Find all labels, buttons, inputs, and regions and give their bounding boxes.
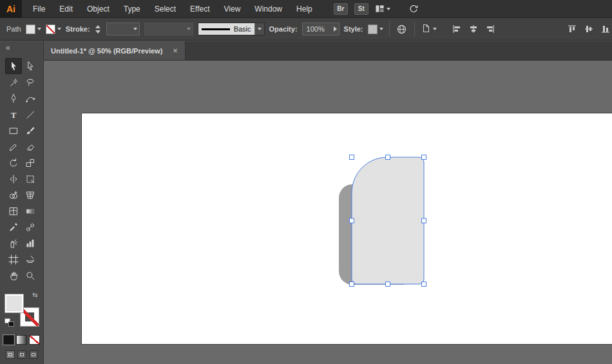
draw-normal-button[interactable] xyxy=(6,350,15,359)
sync-settings-button[interactable] xyxy=(408,4,419,14)
color-button[interactable] xyxy=(3,335,14,345)
menu-edit[interactable]: Edit xyxy=(52,0,80,18)
mesh-tool[interactable] xyxy=(5,203,22,219)
collapse-panel-button[interactable]: « xyxy=(0,41,15,53)
menu-help[interactable]: Help xyxy=(289,0,320,18)
selection-handle-top-left[interactable] xyxy=(350,155,354,160)
canvas[interactable] xyxy=(44,61,612,364)
column-graph-tool[interactable] xyxy=(22,235,39,251)
chevron-down-icon xyxy=(258,28,262,30)
scale-tool[interactable] xyxy=(22,155,39,171)
fill-swatch[interactable] xyxy=(5,294,24,313)
document-area: Untitled-1* @ 50% (RGB/Preview) × xyxy=(44,41,612,364)
align-middle-button[interactable] xyxy=(582,23,595,35)
stroke-weight-combo[interactable] xyxy=(106,23,140,35)
type-tool[interactable]: T xyxy=(5,106,22,122)
none-button[interactable] xyxy=(29,335,40,345)
menu-select[interactable]: Select xyxy=(148,0,183,18)
chevron-down-icon xyxy=(379,28,383,30)
stroke-color-dropdown[interactable] xyxy=(46,24,61,34)
magic-wand-tool[interactable] xyxy=(5,74,22,90)
shape-builder-tool[interactable] xyxy=(5,187,22,203)
selection-handle-bottom-left[interactable] xyxy=(350,282,354,287)
stock-button[interactable]: St xyxy=(354,3,368,15)
menu-file[interactable]: File xyxy=(26,0,52,18)
sync-icon xyxy=(408,4,419,14)
transform-menu-button[interactable] xyxy=(421,23,437,35)
svg-text:T: T xyxy=(10,110,16,119)
bridge-button[interactable]: Br xyxy=(334,3,348,15)
eraser-tool[interactable] xyxy=(22,139,39,155)
fill-color-dropdown[interactable] xyxy=(26,24,41,34)
document-tab[interactable]: Untitled-1* @ 50% (RGB/Preview) × xyxy=(44,41,186,60)
draw-behind-button[interactable] xyxy=(17,350,26,359)
blend-tool[interactable] xyxy=(22,219,39,235)
align-left-button[interactable] xyxy=(450,23,463,35)
menu-type[interactable]: Type xyxy=(117,0,148,18)
selected-shape[interactable] xyxy=(352,157,424,284)
draw-inside-button[interactable] xyxy=(29,350,38,359)
menu-effect[interactable]: Effect xyxy=(183,0,216,18)
tab-close-icon[interactable]: × xyxy=(173,46,178,55)
align-center-button[interactable] xyxy=(467,23,480,35)
chevron-down-icon xyxy=(433,28,437,30)
line-segment-tool[interactable] xyxy=(22,106,39,122)
selection-handle-middle-right[interactable] xyxy=(422,218,426,223)
pen-tool[interactable] xyxy=(5,90,22,106)
symbol-sprayer-tool[interactable] xyxy=(5,235,22,251)
shaper-tool[interactable] xyxy=(5,139,22,155)
brush-combo-arrow[interactable] xyxy=(254,23,264,35)
align-right-button[interactable] xyxy=(484,23,497,35)
lasso-tool[interactable] xyxy=(22,74,39,90)
recolor-artwork-button[interactable] xyxy=(396,23,408,35)
app-logo[interactable]: Ai xyxy=(0,0,22,18)
gradient-tool[interactable] xyxy=(22,203,39,219)
zoom-tool[interactable] xyxy=(22,267,39,283)
graphic-style-dropdown[interactable] xyxy=(368,24,383,34)
selection-handle-bottom-right[interactable] xyxy=(422,282,426,287)
selection-handle-top-right[interactable] xyxy=(422,155,426,160)
hand-tool[interactable] xyxy=(5,267,22,283)
document-tab-bar: Untitled-1* @ 50% (RGB/Preview) × xyxy=(44,41,612,61)
stroke-weight-stepper[interactable] xyxy=(95,25,102,34)
slice-tool[interactable] xyxy=(22,251,39,267)
selection-handle-bottom-center[interactable] xyxy=(386,282,390,287)
default-fill-stroke-icon[interactable] xyxy=(5,318,14,327)
opacity-combo[interactable]: 100% xyxy=(302,23,339,35)
selection-handle-middle-left[interactable] xyxy=(350,218,354,223)
step-down-icon xyxy=(95,30,100,34)
brush-name: Basic xyxy=(234,25,251,33)
transform-icon xyxy=(421,23,431,35)
selection-handle-top-center[interactable] xyxy=(386,155,390,160)
menu-window[interactable]: Window xyxy=(247,0,289,18)
rotate-tool[interactable] xyxy=(5,155,22,171)
width-tool[interactable] xyxy=(5,171,22,187)
graphic-style-swatch xyxy=(368,24,378,34)
tools-panel: « T xyxy=(0,41,44,364)
selection-tool[interactable] xyxy=(5,58,22,74)
workspace-switcher[interactable] xyxy=(375,4,390,14)
gradient-button[interactable] xyxy=(16,335,27,345)
rectangle-tool[interactable] xyxy=(5,122,22,139)
eyedropper-tool[interactable] xyxy=(5,219,22,235)
menubar-quick-actions: Br St xyxy=(334,3,419,15)
illustrator-window: Ai File Edit Object Type Select Effect V… xyxy=(0,0,612,364)
artboard-tool[interactable] xyxy=(5,251,22,267)
swap-fill-stroke-icon[interactable]: ⇆ xyxy=(32,292,37,298)
menu-view[interactable]: View xyxy=(217,0,248,18)
drawing-mode-buttons xyxy=(6,350,38,359)
chevron-down-icon xyxy=(387,8,390,10)
free-transform-tool[interactable] xyxy=(22,171,39,187)
brush-definition-combo[interactable]: Basic xyxy=(198,23,265,35)
tool-grid: T xyxy=(5,58,39,283)
document-tab-title: Untitled-1* @ 50% (RGB/Preview) xyxy=(51,47,162,55)
menu-object[interactable]: Object xyxy=(80,0,117,18)
direct-selection-tool[interactable] xyxy=(22,58,39,74)
perspective-grid-tool[interactable] xyxy=(22,187,39,203)
artboard[interactable] xyxy=(82,113,612,344)
paintbrush-tool[interactable] xyxy=(22,122,39,139)
curvature-tool[interactable] xyxy=(22,90,39,106)
align-top-button[interactable] xyxy=(566,23,579,35)
align-bottom-button[interactable] xyxy=(599,23,612,35)
paint-style-buttons xyxy=(3,335,40,345)
